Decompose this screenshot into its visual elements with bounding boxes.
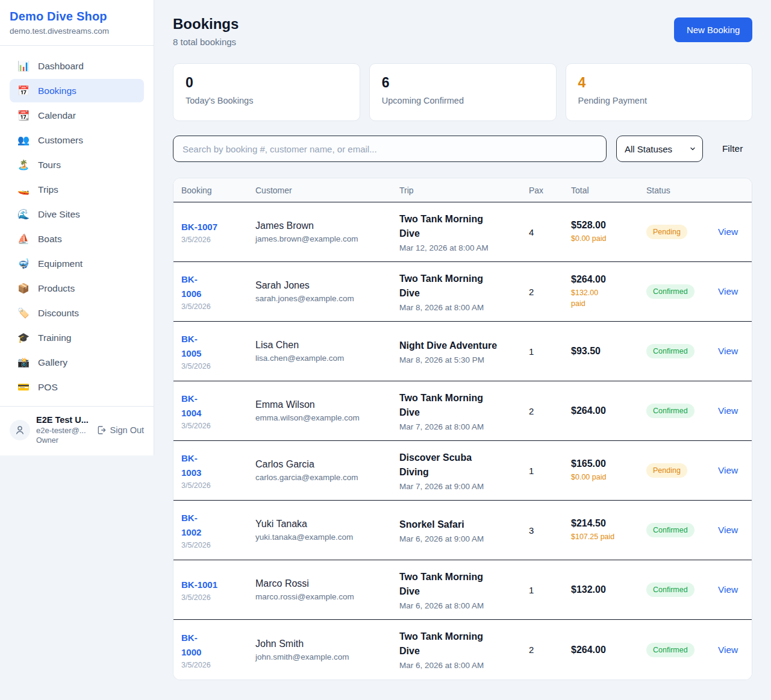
- sidebar-item-discounts[interactable]: 🏷️ Discounts: [10, 301, 144, 325]
- shop-name: Demo Dive Shop: [10, 10, 144, 23]
- search-input[interactable]: [173, 136, 607, 162]
- booking-id-link[interactable]: BK-1007: [181, 220, 249, 234]
- booking-id-link[interactable]: BK- 1003: [181, 451, 249, 480]
- trip-cell: Night Dive Adventure Mar 8, 2026 at 5:30…: [399, 339, 529, 364]
- customer-cell: Sarah Jones sarah.jones@example.com: [255, 280, 399, 303]
- main-content: Bookings 8 total bookings New Booking 0 …: [154, 0, 771, 698]
- booking-id-link[interactable]: BK-1001: [181, 578, 249, 592]
- nav-item-label: Discounts: [38, 308, 79, 319]
- status-badge: Confirmed: [646, 284, 695, 299]
- status-cell: Confirmed: [646, 643, 718, 657]
- booking-cell: BK-1007 3/5/2026: [181, 220, 255, 244]
- stat-label: Pending Payment: [578, 96, 740, 105]
- sidebar-item-products[interactable]: 📦 Products: [10, 277, 144, 300]
- filter-bar: All Statuses Filter: [173, 136, 752, 162]
- status-badge: Confirmed: [646, 404, 695, 418]
- sidebar-item-bookings[interactable]: 📅 Bookings: [10, 79, 144, 102]
- booking-date: 3/5/2026: [181, 541, 249, 549]
- sidebar-item-pos[interactable]: 💳 POS: [10, 375, 144, 399]
- status-cell: Confirmed: [646, 404, 718, 418]
- paid-amount: $0.00 paid: [571, 233, 640, 244]
- sign-out-button[interactable]: Sign Out: [96, 425, 144, 435]
- sidebar-item-trips[interactable]: 🚤 Trips: [10, 178, 144, 201]
- view-link[interactable]: View: [718, 286, 738, 296]
- view-link[interactable]: View: [718, 346, 738, 356]
- booking-cell: BK- 1006 3/5/2026: [181, 272, 255, 311]
- table-row: BK- 1005 3/5/2026 Lisa Chen lisa.chen@ex…: [173, 322, 752, 381]
- view-link[interactable]: View: [718, 405, 738, 416]
- booking-cell: BK- 1003 3/5/2026: [181, 451, 255, 490]
- app-root: Demo Dive Shop demo.test.divestreams.com…: [0, 0, 771, 698]
- stat-card: 6 Upcoming Confirmed: [369, 63, 557, 121]
- total-amount: $264.00: [571, 405, 640, 416]
- column-header-pax: Pax: [529, 186, 571, 195]
- sidebar-item-boats[interactable]: ⛵ Boats: [10, 227, 144, 251]
- sidebar-item-calendar[interactable]: 📆 Calendar: [10, 104, 144, 127]
- booking-id-link[interactable]: BK- 1004: [181, 392, 249, 420]
- column-header-total: Total: [571, 186, 646, 195]
- page-header: Bookings 8 total bookings New Booking: [173, 16, 752, 47]
- view-link[interactable]: View: [718, 525, 738, 535]
- customer-name: Sarah Jones: [255, 280, 393, 291]
- total-cell: $214.50 $107.25 paid: [571, 518, 646, 542]
- nav-item-label: Products: [38, 283, 75, 294]
- booking-date: 3/5/2026: [181, 236, 249, 244]
- filter-button[interactable]: Filter: [713, 143, 752, 154]
- total-cell: $264.00: [571, 645, 646, 655]
- sidebar-item-gallery[interactable]: 📸 Gallery: [10, 351, 144, 374]
- customer-email: lisa.chen@example.com: [255, 354, 393, 363]
- booking-id-link[interactable]: BK- 1005: [181, 332, 249, 361]
- sidebar-item-dashboard[interactable]: 📊 Dashboard: [10, 54, 144, 78]
- table-row: BK- 1000 3/5/2026 John Smith john.smith@…: [173, 620, 752, 680]
- trip-cell: Two Tank Morning Dive Mar 6, 2026 at 8:0…: [399, 630, 529, 670]
- user-icon: [14, 425, 25, 436]
- nav-item-icon: 📅: [17, 85, 30, 96]
- nav-item-icon: 💳: [17, 381, 30, 393]
- trip-datetime: Mar 8, 2026 at 8:00 AM: [399, 303, 523, 312]
- trip-datetime: Mar 7, 2026 at 9:00 AM: [399, 482, 523, 491]
- sidebar-item-training[interactable]: 🎓 Training: [10, 326, 144, 349]
- sidebar-item-tours[interactable]: 🏝️ Tours: [10, 153, 144, 177]
- view-link[interactable]: View: [718, 584, 738, 595]
- trip-datetime: Mar 12, 2026 at 8:00 AM: [399, 243, 523, 252]
- table-row: BK- 1003 3/5/2026 Carlos Garcia carlos.g…: [173, 441, 752, 501]
- pax-value: 2: [529, 645, 571, 655]
- booking-date: 3/5/2026: [181, 481, 249, 490]
- pax-value: 1: [529, 466, 571, 476]
- booking-id-link[interactable]: BK- 1000: [181, 631, 249, 660]
- trip-name: Night Dive Adventure: [399, 339, 523, 353]
- nav-item-label: Gallery: [38, 357, 67, 368]
- booking-id-link[interactable]: BK- 1002: [181, 511, 249, 540]
- status-badge: Confirmed: [646, 583, 695, 597]
- customer-name: Carlos Garcia: [255, 459, 393, 470]
- status-filter-select[interactable]: All Statuses: [616, 136, 703, 162]
- booking-id-link[interactable]: BK- 1006: [181, 272, 249, 301]
- table-row: BK-1007 3/5/2026 James Brown james.brown…: [173, 202, 752, 262]
- sidebar-item-customers[interactable]: 👥 Customers: [10, 128, 144, 152]
- total-amount: $93.50: [571, 346, 640, 357]
- column-header-customer: Customer: [255, 186, 399, 195]
- sidebar-item-dive-sites[interactable]: 🌊 Dive Sites: [10, 202, 144, 226]
- trip-name: Two Tank Morning Dive: [399, 391, 523, 420]
- view-link[interactable]: View: [718, 465, 738, 475]
- nav-item-label: Tours: [38, 160, 61, 170]
- trip-cell: Two Tank Morning Dive Mar 8, 2026 at 8:0…: [399, 272, 529, 312]
- nav-item-label: POS: [38, 382, 58, 393]
- table-row: BK- 1002 3/5/2026 Yuki Tanaka yuki.tanak…: [173, 501, 752, 560]
- booking-cell: BK- 1005 3/5/2026: [181, 332, 255, 370]
- total-amount: $264.00: [571, 274, 640, 285]
- view-link[interactable]: View: [718, 645, 738, 655]
- booking-date: 3/5/2026: [181, 593, 249, 602]
- sidebar-item-equipment[interactable]: 🤿 Equipment: [10, 252, 144, 275]
- customer-name: Yuki Tanaka: [255, 519, 393, 530]
- view-link[interactable]: View: [718, 227, 738, 237]
- total-cell: $93.50: [571, 346, 646, 357]
- customer-name: Lisa Chen: [255, 340, 393, 351]
- user-footer: E2E Test U... e2e-tester@... Owner Sign …: [0, 406, 154, 455]
- trip-datetime: Mar 6, 2026 at 8:00 AM: [399, 661, 523, 670]
- nav-item-icon: 🎓: [17, 332, 30, 343]
- new-booking-button[interactable]: New Booking: [674, 17, 752, 42]
- table-row: BK-1001 3/5/2026 Marco Rossi marco.rossi…: [173, 560, 752, 620]
- status-cell: Confirmed: [646, 583, 718, 597]
- booking-date: 3/5/2026: [181, 302, 249, 311]
